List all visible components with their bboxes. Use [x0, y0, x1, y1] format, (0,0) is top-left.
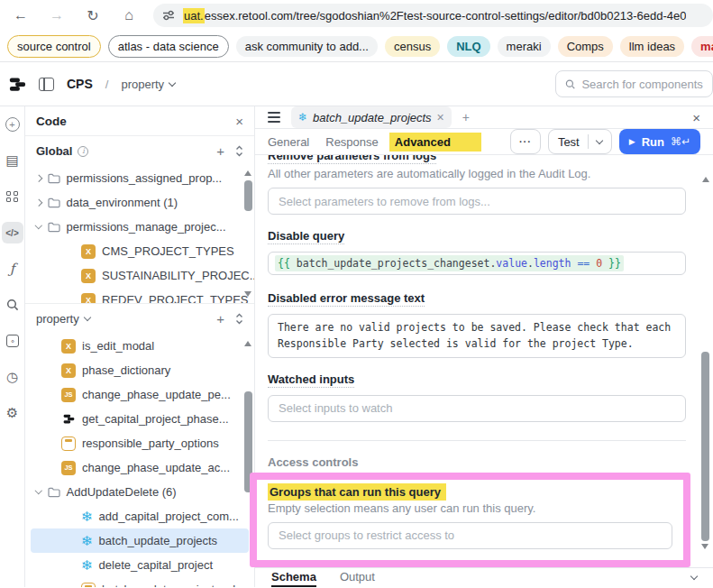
chevron-right-icon[interactable]	[35, 199, 42, 207]
url-text: essex.retool.com/tree/sgodoshian%2Ftest-…	[205, 9, 687, 23]
snowflake-icon: ❄	[81, 510, 93, 523]
collapse-panel-icon[interactable]	[690, 573, 698, 580]
tree-item[interactable]: X CMS_PROJECT_TYPES	[25, 239, 254, 263]
tree-item-label: delete_capital_project	[99, 558, 213, 572]
breadcrumb-page-selector[interactable]: property	[121, 78, 175, 91]
groups-heading: Groups that can run this query	[268, 483, 446, 501]
state-variable-icon: X	[81, 293, 96, 305]
history-icon[interactable]: ◷	[2, 366, 23, 388]
close-editor-icon[interactable]: ×	[692, 110, 700, 125]
query-tab-bar: ❄ batch_update_projects × + ×	[255, 106, 713, 129]
chevron-down-icon[interactable]	[35, 222, 42, 229]
tree-folder[interactable]: data_environment (1)	[25, 190, 254, 215]
tree-item-label: get_capital_project_phase...	[82, 412, 229, 426]
bookmark-meraki[interactable]: meraki	[498, 36, 551, 57]
forward-icon[interactable]: →	[45, 7, 69, 23]
bookmark-comps[interactable]: Comps	[558, 36, 613, 57]
tree-item-label: permissions_assigned_prop...	[67, 171, 223, 185]
bookmark-mapbox[interactable]: mapbox	[691, 36, 713, 57]
run-button[interactable]: ▶ Run ⌘↵	[619, 129, 700, 154]
advanced-settings-content: Remove parameters from logs All other pa…	[255, 155, 713, 567]
component-search[interactable]	[555, 70, 713, 97]
state-variable-icon: X	[81, 269, 96, 283]
site-settings-icon[interactable]	[162, 9, 175, 22]
retool-logo-icon[interactable]	[9, 76, 26, 93]
tree-item[interactable]: JS change_phase_update_ac...	[25, 455, 254, 480]
tree-item[interactable]: ❄ delete_capital_project	[25, 553, 254, 577]
content-scrollbar[interactable]	[700, 175, 710, 551]
components-icon[interactable]	[2, 186, 23, 207]
test-button[interactable]: Test	[548, 129, 612, 154]
tab-response[interactable]: Response	[325, 135, 379, 149]
sort-icon[interactable]	[235, 145, 243, 157]
tree-item[interactable]: batch_update_projects_ch...	[25, 577, 254, 587]
bookmark-ask-community[interactable]: ask community to add...	[236, 36, 378, 57]
close-tab-icon[interactable]: ×	[437, 110, 444, 124]
tree-item-label: responsible_party_options	[82, 436, 219, 450]
remove-params-input[interactable]	[268, 188, 686, 215]
watched-inputs-heading: Watched inputs	[268, 372, 354, 388]
functions-icon[interactable]: ƒ	[2, 258, 23, 280]
retool-query-icon	[61, 412, 76, 427]
bottom-panel-tabs: Schema Output	[255, 567, 713, 587]
code-panel-icon[interactable]: </>	[2, 222, 23, 243]
query-tab[interactable]: ❄ batch_update_projects ×	[291, 106, 452, 128]
toggle-panel-icon[interactable]	[39, 78, 54, 91]
snowflake-icon: ❄	[81, 534, 93, 547]
tree-item[interactable]: responsible_party_options	[25, 431, 254, 455]
new-tab-icon[interactable]: +	[462, 110, 470, 124]
tab-general[interactable]: General	[268, 135, 309, 149]
sort-icon[interactable]	[235, 313, 243, 325]
home-icon[interactable]: ⌂	[117, 7, 141, 23]
property-section-label[interactable]: property	[36, 312, 79, 326]
tree-folder[interactable]: permissions_assigned_prop...	[25, 166, 254, 190]
bookmark-source-control[interactable]: source control	[7, 35, 101, 58]
bookmark-census[interactable]: census	[385, 36, 440, 57]
breadcrumb-app-name[interactable]: CPS	[67, 77, 93, 91]
bookmark-atlas-data-science[interactable]: atlas - data science	[108, 35, 229, 58]
tree-folder[interactable]: AddUpdateDelete (6)	[25, 480, 254, 504]
tree-item[interactable]: X REDEV_PROJECT_TYPES	[25, 288, 254, 304]
reload-icon[interactable]: ↻	[81, 7, 105, 24]
access-controls-heading: Access controls	[268, 455, 686, 469]
js-query-icon: JS	[61, 388, 76, 402]
remove-params-heading: Remove parameters from logs	[268, 155, 436, 164]
pages-icon[interactable]: ▤	[2, 150, 23, 171]
search-input[interactable]	[581, 78, 703, 91]
tree-item-label: CMS_PROJECT_TYPES	[102, 244, 234, 258]
url-bar[interactable]: uat.essex.retool.com/tree/sgodoshian%2Ft…	[153, 4, 713, 27]
chevron-down-icon[interactable]	[35, 487, 42, 494]
watched-inputs-input[interactable]	[268, 395, 686, 422]
bookmark-nlq[interactable]: NLQ	[447, 36, 489, 57]
query-toolbar: General Response Advanced ··· Test ▶ Run…	[255, 129, 713, 155]
tab-advanced[interactable]: Advanced	[389, 133, 481, 152]
toolbox-icon[interactable]: ‹›	[2, 330, 23, 352]
groups-input[interactable]	[268, 522, 672, 549]
tree-item[interactable]: ❄ add_capital_project_com...	[25, 504, 254, 528]
chevron-right-icon[interactable]	[35, 175, 42, 182]
breadcrumb-separator: /	[105, 78, 109, 91]
chevron-down-icon[interactable]	[595, 136, 602, 143]
tree-item[interactable]: X phase_dictionary	[25, 358, 254, 382]
tree-item[interactable]: get_capital_project_phase...	[25, 407, 254, 431]
tab-schema[interactable]: Schema	[271, 568, 316, 587]
disable-query-code-input[interactable]: {{ batch_update_projects_changeset.value…	[268, 252, 686, 275]
search-panel-icon[interactable]	[2, 294, 23, 316]
tree-item[interactable]: X is_edit_modal	[25, 334, 254, 358]
settings-gear-icon[interactable]: ⚙	[2, 402, 23, 424]
bookmark-llm-ideas[interactable]: llm ideas	[620, 36, 684, 57]
tree-folder[interactable]: permissions_manage_projec...	[25, 215, 254, 239]
tree-item[interactable]: X SUSTAINABILITY_PROJEC...	[25, 263, 254, 288]
add-property-query-icon[interactable]: +	[216, 311, 224, 326]
query-menu-icon[interactable]	[268, 112, 280, 122]
tab-output[interactable]: Output	[340, 568, 375, 587]
add-component-icon[interactable]: +	[2, 114, 23, 135]
close-code-panel-icon[interactable]: ×	[235, 114, 243, 129]
tree-item[interactable]: JS change_phase_update_pe...	[25, 382, 254, 407]
disabled-error-textarea[interactable]: There are no valid projects to be saved.…	[268, 314, 686, 358]
tree-item-selected[interactable]: ❄ batch_update_projects	[31, 528, 249, 553]
back-icon[interactable]: ←	[9, 7, 32, 23]
more-options-button[interactable]: ···	[510, 129, 541, 154]
global-tree-scrollbar[interactable]	[244, 166, 252, 303]
add-global-query-icon[interactable]: +	[216, 143, 224, 159]
